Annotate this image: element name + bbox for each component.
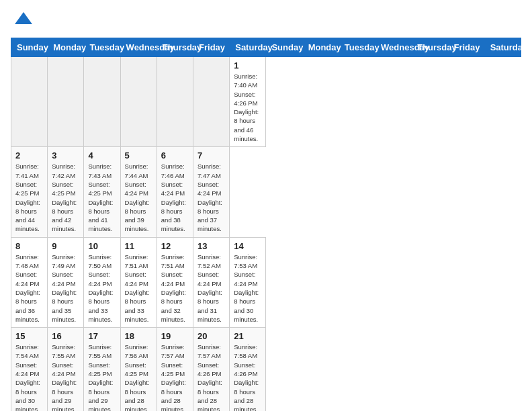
day-info: Sunrise: 7:55 AM Sunset: 4:25 PM Dayligh… — [88, 342, 116, 411]
day-number: 8 — [15, 241, 43, 251]
calendar-header-row: SundayMondayTuesdayWednesdayThursdayFrid… — [11, 38, 521, 57]
header-col-tuesday: Tuesday — [339, 38, 375, 57]
day-number: 12 — [161, 241, 189, 251]
calendar-cell: 17Sunrise: 7:55 AM Sunset: 4:25 PM Dayli… — [84, 328, 120, 411]
header-thursday: Thursday — [157, 38, 193, 57]
header-tuesday: Tuesday — [84, 38, 120, 57]
day-info: Sunrise: 7:53 AM Sunset: 4:24 PM Dayligh… — [234, 253, 261, 324]
calendar-cell: 21Sunrise: 7:58 AM Sunset: 4:26 PM Dayli… — [230, 328, 266, 411]
calendar-cell: 18Sunrise: 7:56 AM Sunset: 4:25 PM Dayli… — [120, 328, 157, 411]
calendar-cell: 12Sunrise: 7:51 AM Sunset: 4:24 PM Dayli… — [157, 237, 193, 327]
calendar-cell: 4Sunrise: 7:43 AM Sunset: 4:25 PM Daylig… — [84, 147, 120, 237]
calendar-cell — [157, 57, 193, 147]
day-info: Sunrise: 7:44 AM Sunset: 4:24 PM Dayligh… — [125, 162, 152, 233]
calendar-cell: 7Sunrise: 7:47 AM Sunset: 4:24 PM Daylig… — [193, 147, 230, 237]
calendar-cell — [120, 57, 157, 147]
day-info: Sunrise: 7:40 AM Sunset: 4:26 PM Dayligh… — [234, 72, 261, 143]
calendar-table: SundayMondayTuesdayWednesdayThursdayFrid… — [11, 38, 521, 411]
day-info: Sunrise: 7:57 AM Sunset: 4:25 PM Dayligh… — [161, 342, 189, 411]
day-number: 20 — [197, 331, 225, 341]
day-number: 17 — [88, 331, 116, 341]
day-number: 5 — [125, 150, 152, 161]
calendar-cell: 16Sunrise: 7:55 AM Sunset: 4:24 PM Dayli… — [48, 328, 84, 411]
calendar-cell: 14Sunrise: 7:53 AM Sunset: 4:24 PM Dayli… — [230, 237, 266, 327]
day-info: Sunrise: 7:57 AM Sunset: 4:26 PM Dayligh… — [197, 342, 225, 411]
svg-marker-0 — [15, 12, 32, 24]
day-number: 4 — [88, 150, 116, 161]
calendar-week-row: 2Sunrise: 7:41 AM Sunset: 4:25 PM Daylig… — [11, 147, 521, 237]
header-col-friday: Friday — [448, 38, 484, 57]
day-number: 3 — [52, 150, 79, 161]
day-number: 14 — [234, 241, 261, 251]
calendar-cell — [48, 57, 84, 147]
calendar-cell: 1Sunrise: 7:40 AM Sunset: 4:26 PM Daylig… — [230, 57, 266, 147]
calendar-cell: 2Sunrise: 7:41 AM Sunset: 4:25 PM Daylig… — [11, 147, 48, 237]
day-number: 10 — [88, 241, 116, 251]
calendar-week-row: 1Sunrise: 7:40 AM Sunset: 4:26 PM Daylig… — [11, 57, 521, 147]
calendar-cell: 9Sunrise: 7:49 AM Sunset: 4:24 PM Daylig… — [48, 237, 84, 327]
header-col-thursday: Thursday — [412, 38, 448, 57]
day-info: Sunrise: 7:56 AM Sunset: 4:25 PM Dayligh… — [125, 342, 152, 411]
day-number: 9 — [52, 241, 79, 251]
day-info: Sunrise: 7:47 AM Sunset: 4:24 PM Dayligh… — [197, 162, 225, 233]
day-info: Sunrise: 7:41 AM Sunset: 4:25 PM Dayligh… — [15, 162, 43, 233]
header-wednesday: Wednesday — [120, 38, 157, 57]
calendar-cell: 5Sunrise: 7:44 AM Sunset: 4:24 PM Daylig… — [120, 147, 157, 237]
day-number: 16 — [52, 331, 79, 341]
day-info: Sunrise: 7:48 AM Sunset: 4:24 PM Dayligh… — [15, 253, 43, 324]
calendar-cell: 13Sunrise: 7:52 AM Sunset: 4:24 PM Dayli… — [193, 237, 230, 327]
header-col-wednesday: Wednesday — [375, 38, 412, 57]
day-number: 18 — [125, 331, 152, 341]
calendar-cell — [193, 57, 230, 147]
header-col-saturday: Saturday — [484, 38, 521, 57]
day-number: 6 — [161, 150, 189, 161]
calendar-cell — [84, 57, 120, 147]
calendar-cell — [11, 57, 48, 147]
day-number: 19 — [161, 331, 189, 341]
day-info: Sunrise: 7:50 AM Sunset: 4:24 PM Dayligh… — [88, 253, 116, 324]
header-monday: Monday — [48, 38, 84, 57]
header-friday: Friday — [193, 38, 230, 57]
day-info: Sunrise: 7:49 AM Sunset: 4:24 PM Dayligh… — [52, 253, 79, 324]
calendar-cell: 20Sunrise: 7:57 AM Sunset: 4:26 PM Dayli… — [193, 328, 230, 411]
day-number: 7 — [197, 150, 225, 161]
day-info: Sunrise: 7:46 AM Sunset: 4:24 PM Dayligh… — [161, 162, 189, 233]
calendar-cell: 8Sunrise: 7:48 AM Sunset: 4:24 PM Daylig… — [11, 237, 48, 327]
calendar-cell: 3Sunrise: 7:42 AM Sunset: 4:25 PM Daylig… — [48, 147, 84, 237]
day-number: 13 — [197, 241, 225, 251]
header-col-monday: Monday — [302, 38, 339, 57]
day-number: 21 — [234, 331, 261, 341]
logo-icon — [13, 11, 34, 31]
day-info: Sunrise: 7:51 AM Sunset: 4:24 PM Dayligh… — [161, 253, 189, 324]
calendar-cell: 10Sunrise: 7:50 AM Sunset: 4:24 PM Dayli… — [84, 237, 120, 327]
calendar-cell: 15Sunrise: 7:54 AM Sunset: 4:24 PM Dayli… — [11, 328, 48, 411]
day-number: 2 — [15, 150, 43, 161]
calendar-cell: 19Sunrise: 7:57 AM Sunset: 4:25 PM Dayli… — [157, 328, 193, 411]
calendar-week-row: 8Sunrise: 7:48 AM Sunset: 4:24 PM Daylig… — [11, 237, 521, 327]
day-number: 1 — [234, 60, 261, 71]
day-info: Sunrise: 7:42 AM Sunset: 4:25 PM Dayligh… — [52, 162, 79, 233]
header-sunday: Sunday — [11, 38, 48, 57]
page-header — [11, 11, 521, 31]
day-number: 11 — [125, 241, 152, 251]
calendar-cell: 6Sunrise: 7:46 AM Sunset: 4:24 PM Daylig… — [157, 147, 193, 237]
calendar-week-row: 15Sunrise: 7:54 AM Sunset: 4:24 PM Dayli… — [11, 328, 521, 411]
header-saturday: Saturday — [230, 38, 266, 57]
day-info: Sunrise: 7:55 AM Sunset: 4:24 PM Dayligh… — [52, 342, 79, 411]
day-number: 15 — [15, 331, 43, 341]
day-info: Sunrise: 7:43 AM Sunset: 4:25 PM Dayligh… — [88, 162, 116, 233]
logo — [11, 11, 34, 31]
day-info: Sunrise: 7:54 AM Sunset: 4:24 PM Dayligh… — [15, 342, 43, 411]
day-info: Sunrise: 7:58 AM Sunset: 4:26 PM Dayligh… — [234, 342, 261, 411]
day-info: Sunrise: 7:52 AM Sunset: 4:24 PM Dayligh… — [197, 253, 225, 324]
day-info: Sunrise: 7:51 AM Sunset: 4:24 PM Dayligh… — [125, 253, 152, 324]
header-col-sunday: Sunday — [266, 38, 302, 57]
calendar-cell: 11Sunrise: 7:51 AM Sunset: 4:24 PM Dayli… — [120, 237, 157, 327]
